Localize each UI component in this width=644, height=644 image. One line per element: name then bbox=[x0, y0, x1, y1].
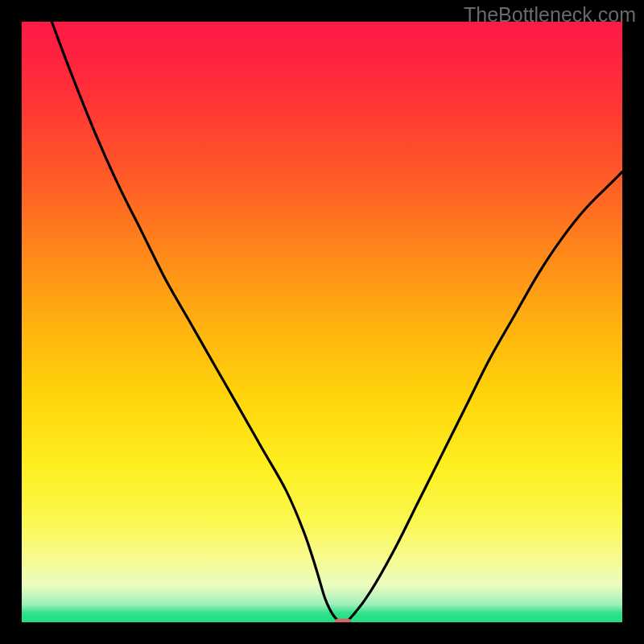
bottleneck-curve bbox=[22, 22, 622, 622]
optimal-point-marker bbox=[335, 619, 351, 623]
plot-area bbox=[22, 22, 622, 622]
chart-frame: TheBottleneck.com bbox=[0, 0, 644, 644]
